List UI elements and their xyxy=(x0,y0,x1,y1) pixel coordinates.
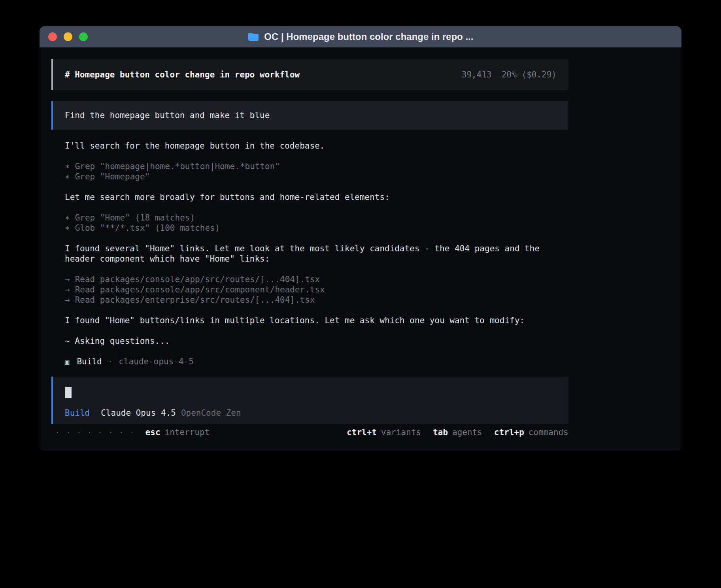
tool-asterisk-icon: ∗ xyxy=(65,213,70,223)
arrow-right-icon: → xyxy=(65,295,70,305)
assistant-paragraph: Let me search more broadly for buttons a… xyxy=(65,192,568,202)
assistant-paragraph: I found "Home" buttons/links in multiple… xyxy=(65,315,568,326)
hint-interrupt: esc interrupt xyxy=(145,427,210,437)
tool-call-grep: ∗ Grep "Home" (18 matches) xyxy=(65,213,568,223)
close-button[interactable] xyxy=(48,32,57,41)
tool-call-read: → Read packages/console/app/src/componen… xyxy=(65,285,568,295)
tool-call-grep: ∗ Grep "homepage|home.*button|Home.*butt… xyxy=(65,161,568,172)
assistant-status: ~ Asking questions... xyxy=(65,336,568,346)
agent-indicator: ▣ Build · claude-opus-4-5 xyxy=(65,356,568,367)
tool-asterisk-icon: ∗ xyxy=(65,223,70,233)
window-title: OC | Homepage button color change in rep… xyxy=(264,31,473,42)
tool-call-group: ∗ Grep "homepage|home.*button|Home.*butt… xyxy=(65,161,568,182)
terminal-content: # Homepage button color change in repo w… xyxy=(40,47,681,437)
input-model-label: Claude Opus 4.5 xyxy=(101,408,176,418)
input-provider-label: OpenCode Zen xyxy=(181,408,241,418)
agent-model: claude-opus-4-5 xyxy=(119,356,194,367)
assistant-transcript: I'll search for the homepage button in t… xyxy=(51,141,568,367)
input-mode-badge: Build xyxy=(65,408,90,418)
hint-agents: tab agents xyxy=(433,427,482,437)
hint-commands: ctrl+p commands xyxy=(494,427,568,437)
tool-call-read: → Read packages/enterprise/src/routes/[.… xyxy=(65,295,568,305)
arrow-right-icon: → xyxy=(65,274,70,285)
minimize-button[interactable] xyxy=(64,32,72,41)
tool-call-group: ∗ Grep "Home" (18 matches) ∗ Glob "**/*.… xyxy=(65,213,568,233)
terminal-window: OC | Homepage button color change in rep… xyxy=(40,26,681,451)
status-bar: · · · · · · · · esc interrupt ctrl+t var… xyxy=(51,427,568,437)
session-stats: 39,413 20% ($0.29) xyxy=(462,70,557,80)
tool-asterisk-icon: ∗ xyxy=(65,161,70,172)
tool-call-group: → Read packages/console/app/src/routes/[… xyxy=(65,274,568,305)
spinner-dots: · · · · · · · · xyxy=(55,427,135,437)
session-title: # Homepage button color change in repo w… xyxy=(65,70,300,80)
agent-name: Build xyxy=(77,356,102,367)
tool-call-grep: ∗ Grep "Homepage" xyxy=(65,172,568,182)
tool-call-glob: ∗ Glob "**/*.tsx" (100 matches) xyxy=(65,223,568,233)
text-cursor xyxy=(65,387,72,398)
assistant-paragraph: I'll search for the homepage button in t… xyxy=(65,141,568,151)
prompt-input[interactable]: Build Claude Opus 4.5 OpenCode Zen xyxy=(51,377,568,424)
input-meta: Build Claude Opus 4.5 OpenCode Zen xyxy=(65,408,557,418)
user-message: Find the homepage button and make it blu… xyxy=(51,101,568,130)
folder-icon xyxy=(247,32,259,41)
window-titlebar[interactable]: OC | Homepage button color change in rep… xyxy=(40,26,681,47)
agent-square-icon: ▣ xyxy=(65,356,69,367)
hint-variants: ctrl+t variants xyxy=(347,427,421,437)
window-title-wrap: OC | Homepage button color change in rep… xyxy=(40,31,681,42)
traffic-lights xyxy=(48,32,88,41)
tool-call-read: → Read packages/console/app/src/routes/[… xyxy=(65,274,568,285)
tool-asterisk-icon: ∗ xyxy=(65,172,70,182)
dot-separator: · xyxy=(108,356,113,367)
assistant-paragraph: I found several "Home" links. Let me loo… xyxy=(65,243,568,264)
user-message-text: Find the homepage button and make it blu… xyxy=(65,111,270,120)
session-header: # Homepage button color change in repo w… xyxy=(51,59,568,90)
arrow-right-icon: → xyxy=(65,285,70,295)
zoom-button[interactable] xyxy=(79,32,88,41)
